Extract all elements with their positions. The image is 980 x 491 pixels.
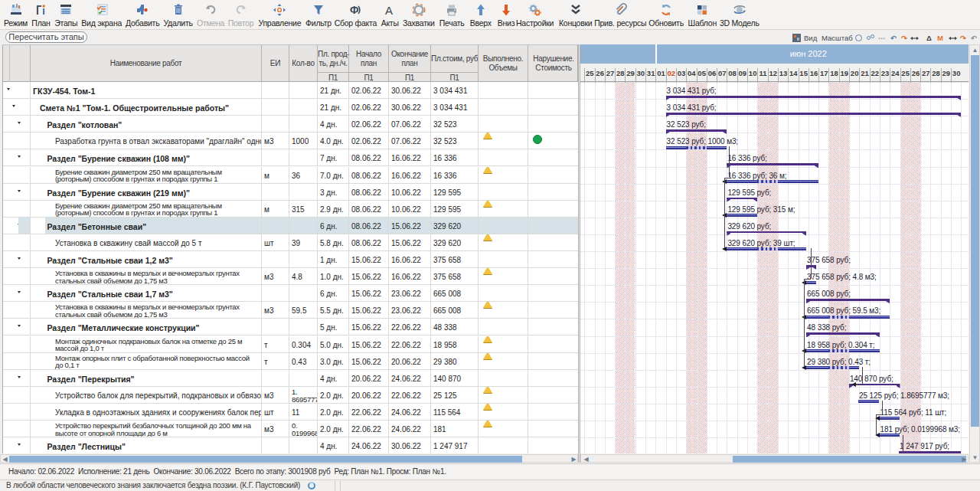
- svg-text:Φ: Φ: [350, 4, 359, 16]
- svg-text:A: A: [385, 4, 393, 17]
